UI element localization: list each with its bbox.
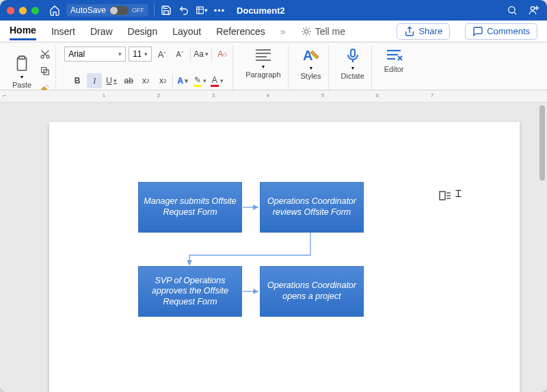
- flow-connectors: [49, 122, 520, 392]
- tell-me-label: Tell me: [315, 26, 345, 37]
- layout-options-icon[interactable]: [439, 190, 451, 203]
- ruler-num: 4: [267, 92, 269, 99]
- svg-point-6: [536, 7, 538, 9]
- tab-overflow-icon[interactable]: »: [280, 26, 286, 37]
- scrollbar-thumb[interactable]: [539, 105, 545, 181]
- strike-button[interactable]: ab: [121, 73, 136, 88]
- document-title: Document2: [237, 5, 285, 16]
- font-size-input[interactable]: [133, 49, 141, 59]
- svg-rect-26: [351, 49, 355, 57]
- font-name-select[interactable]: ▾: [64, 47, 126, 62]
- vertical-scrollbar[interactable]: [539, 103, 546, 392]
- share-label: Share: [418, 26, 442, 36]
- svg-text:A: A: [303, 48, 312, 63]
- flow-box-3[interactable]: SVP of Operations approves the Offsite R…: [138, 266, 242, 317]
- paste-button[interactable]: ▾ Paste: [8, 54, 36, 89]
- editor-button[interactable]: Editor: [380, 47, 408, 73]
- tab-draw[interactable]: Draw: [90, 23, 113, 40]
- subscript-button[interactable]: x2: [138, 73, 153, 88]
- ruler-num: 6: [376, 92, 379, 99]
- horizontal-ruler[interactable]: ⌐ 1 2 3 4 5 6 7: [0, 90, 547, 103]
- comments-button[interactable]: Comments: [465, 23, 537, 40]
- svg-rect-0: [197, 7, 204, 14]
- underline-button[interactable]: U: [104, 73, 119, 88]
- paste-label: Paste: [12, 81, 31, 89]
- window-zoom[interactable]: [31, 7, 39, 14]
- tab-insert[interactable]: Insert: [51, 23, 75, 40]
- ruler-num: 7: [431, 92, 433, 99]
- font-size-select[interactable]: ▾: [129, 47, 152, 62]
- more-icon[interactable]: •••: [213, 4, 226, 16]
- undo-icon[interactable]: [178, 4, 190, 16]
- editor-label: Editor: [384, 65, 404, 73]
- page[interactable]: Manager submits Offsite Request Form Ope…: [49, 122, 520, 392]
- svg-point-11: [304, 29, 308, 33]
- svg-point-5: [531, 7, 534, 10]
- cut-icon[interactable]: [38, 47, 53, 62]
- separator: [154, 4, 155, 16]
- autosave-state: OFF: [132, 7, 144, 14]
- ruler-num: 3: [212, 92, 215, 99]
- flow-box-2[interactable]: Operations Coordinator reviews Offsite F…: [260, 182, 364, 233]
- document-area[interactable]: Manager submits Offsite Request Form Ope…: [0, 103, 547, 392]
- paragraph-label: Paragraph: [245, 70, 280, 79]
- flow-box-1[interactable]: Manager submits Offsite Request Form: [138, 182, 242, 233]
- ruler-tab-icon[interactable]: ⌐: [3, 92, 7, 99]
- home-icon[interactable]: [49, 4, 61, 16]
- italic-button[interactable]: I: [87, 73, 102, 88]
- autosave-toggle[interactable]: AutoSave OFF: [66, 4, 148, 16]
- svg-rect-33: [440, 192, 445, 200]
- styles-button[interactable]: A ▾ Styles: [297, 47, 325, 80]
- flow-box-4-text: Operations Coordinator opens a project: [265, 280, 359, 302]
- window-minimize[interactable]: [19, 7, 27, 14]
- save-icon[interactable]: [160, 4, 172, 16]
- svg-point-3: [509, 7, 515, 13]
- dictate-button[interactable]: ▾ Dictate: [337, 47, 369, 80]
- account-icon[interactable]: [528, 4, 540, 16]
- tab-design[interactable]: Design: [128, 23, 158, 40]
- table-quick-icon[interactable]: ▾: [196, 4, 208, 16]
- copy-icon[interactable]: [38, 64, 53, 79]
- tell-me[interactable]: Tell me: [301, 26, 345, 37]
- svg-rect-14: [19, 56, 25, 59]
- autosave-label: AutoSave: [70, 5, 106, 15]
- text-effects-icon[interactable]: A: [175, 73, 190, 88]
- font-color-icon[interactable]: A: [209, 73, 224, 88]
- flow-box-1-text: Manager submits Offsite Request Form: [143, 196, 237, 218]
- window-close[interactable]: [7, 7, 14, 14]
- grow-font-icon[interactable]: A˄: [155, 47, 170, 62]
- vertical-ruler[interactable]: [1, 122, 14, 392]
- tab-layout[interactable]: Layout: [172, 23, 201, 40]
- share-button[interactable]: Share: [397, 23, 450, 40]
- highlight-icon[interactable]: ✎: [192, 73, 207, 88]
- paragraph-button[interactable]: ▾ Paragraph: [241, 47, 284, 79]
- change-case-icon[interactable]: Aa: [194, 47, 209, 62]
- comments-label: Comments: [487, 26, 530, 36]
- dictate-label: Dictate: [341, 72, 364, 80]
- toggle-switch[interactable]: [109, 6, 129, 15]
- tab-references[interactable]: References: [216, 23, 265, 40]
- superscript-button[interactable]: x2: [155, 73, 170, 88]
- bold-button[interactable]: B: [70, 73, 85, 88]
- ruler-num: 1: [103, 92, 105, 99]
- flow-box-3-text: SVP of Operations approves the Offsite R…: [143, 276, 237, 308]
- flow-box-4[interactable]: Operations Coordinator opens a project: [260, 266, 364, 317]
- text-cursor-icon: Ꮖ: [455, 189, 462, 200]
- flow-box-2-text: Operations Coordinator reviews Offsite F…: [265, 196, 359, 218]
- svg-line-4: [514, 12, 516, 14]
- ruler-num: 2: [157, 92, 160, 99]
- shrink-font-icon[interactable]: A˅: [172, 47, 187, 62]
- styles-label: Styles: [301, 72, 321, 80]
- tab-home[interactable]: Home: [10, 22, 36, 40]
- font-name-input[interactable]: [68, 49, 115, 59]
- ruler-num: 5: [321, 92, 324, 99]
- clear-format-icon[interactable]: A◇: [215, 47, 230, 62]
- search-icon[interactable]: [506, 4, 518, 16]
